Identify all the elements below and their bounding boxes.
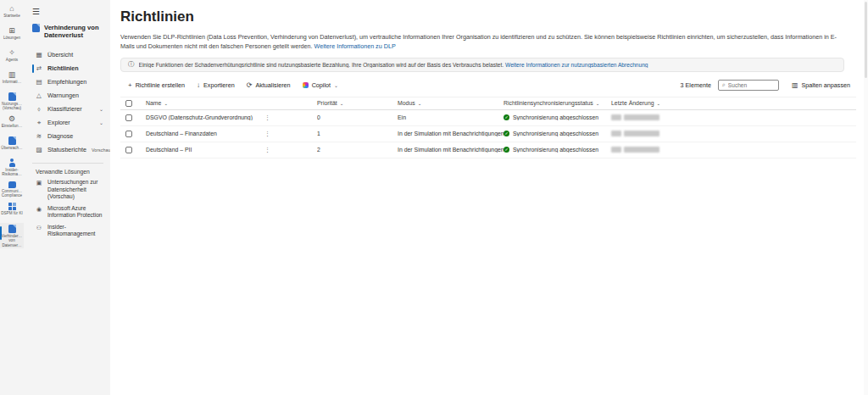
main-content: Richtlinien Verwenden Sie DLP-Richtlinie… <box>110 0 868 395</box>
toolbar: + Richtlinie erstellen ↓ Exportieren ⟳ A… <box>120 78 856 92</box>
rail-item-agents[interactable]: ✧ Agents <box>0 47 24 69</box>
column-header-name[interactable]: Name⌄ <box>146 100 264 106</box>
column-header-letzte-aenderung[interactable]: Letzte Änderung⌄ <box>611 100 856 106</box>
chevron-down-icon: ⌄ <box>164 101 168 106</box>
policy-name[interactable]: Deutschland – Finanzdaten <box>146 131 264 136</box>
last-modified-redacted <box>611 147 856 153</box>
info-banner: ⓘ Einige Funktionen der Schadenverhütung… <box>120 58 844 72</box>
sidebar-item-warnungen[interactable]: △ Warnungen <box>32 89 110 103</box>
app-rail: ⌂ Startseite ⊞ Lösungen ✧ Agents ▥ Infor… <box>0 0 24 395</box>
select-all-checkbox[interactable] <box>125 100 132 107</box>
status-success-icon: ✓ <box>504 147 509 153</box>
table-row[interactable]: Deutschland – PII ⋮ 2 In der Simulation … <box>120 142 856 159</box>
dlp-icon <box>8 225 16 233</box>
policy-sync-status: ✓ Synchronisierung abgeschlossen <box>504 147 611 153</box>
export-button[interactable]: ↓ Exportieren <box>191 78 241 92</box>
sidebar-item-diagnose[interactable]: ≋ Diagnose <box>32 130 110 143</box>
sidebar-item-klassifizierer[interactable]: ⬨ Klassifizierer ⌄ <box>32 103 110 116</box>
preview-badge: Vorschau <box>92 147 110 153</box>
column-header-syncstatus[interactable]: Richtliniensynchronisierungsstatus⌄ <box>504 100 611 106</box>
rail-label: Informati… <box>1 80 24 84</box>
refresh-button[interactable]: ⟳ Aktualisieren <box>241 78 297 92</box>
info-icon: ⓘ <box>128 60 135 69</box>
search-box[interactable]: ⌕ <box>718 80 779 91</box>
hamburger-menu-icon[interactable]: ☰ <box>32 7 110 16</box>
column-header-prioritaet[interactable]: Priorität⌄ <box>317 100 398 106</box>
rail-item-einstellungen[interactable]: ⚙ Einstellun… <box>0 113 24 135</box>
sidebar-item-explorer[interactable]: ⌖ Explorer ⌄ <box>32 116 110 130</box>
billing-info-link[interactable]: Weitere Informationen zur nutzungsbasier… <box>505 62 648 68</box>
rail-label: Nutzungs… (Vorschau) <box>1 102 24 111</box>
rail-label: Communi… Compliance <box>1 189 24 198</box>
description-text: Verwenden Sie DLP-Richtlinien (Data Loss… <box>120 33 837 50</box>
rail-label: Einstellun… <box>1 124 24 128</box>
sidebar-item-richtlinien[interactable]: ⇄ Richtlinien <box>32 62 110 75</box>
policy-priority: 0 <box>317 114 398 120</box>
policy-priority: 2 <box>317 147 398 153</box>
toolbar-right: 3 Elemente ⌕ ▥ Spalten anpassen <box>681 78 856 92</box>
more-actions-icon[interactable]: ⋮ <box>264 147 273 153</box>
usage-icon <box>8 92 16 101</box>
policy-mode: In der Simulation mit Benachrichtigungen <box>398 131 504 136</box>
policy-name[interactable]: DSGVO (Datenschutz-Grundverordnung) <box>146 114 264 120</box>
rail-item-nutzung[interactable]: Nutzungs… (Vorschau) <box>0 91 24 113</box>
rail-item-dlp[interactable]: Verhinder… von Datenver… <box>0 223 24 248</box>
information-protection-icon: ▥ <box>8 70 16 79</box>
page-title: Richtlinien <box>120 8 856 25</box>
row-checkbox[interactable] <box>125 114 132 121</box>
scrollbar-thumb[interactable] <box>865 2 867 78</box>
learn-more-dlp-link[interactable]: Weitere Informationen zu DLP <box>314 42 396 50</box>
banner-text: Einige Funktionen der Schadenverhütungsr… <box>139 62 648 68</box>
more-actions-icon[interactable]: ⋮ <box>264 131 273 137</box>
rail-item-loesungen[interactable]: ⊞ Lösungen <box>0 25 24 47</box>
audit-icon <box>8 136 16 145</box>
sidebar-item-uebersicht[interactable]: ▦ Übersicht <box>32 48 110 62</box>
copilot-button[interactable]: Copilot ⌄ <box>297 78 344 92</box>
rail-label: Startseite <box>1 14 24 18</box>
copilot-icon <box>303 82 309 88</box>
chevron-down-icon: ⌄ <box>418 101 422 106</box>
last-modified-redacted <box>611 131 856 136</box>
dlp-sidebar: ☰ Verhinderung von Datenverlust ▦ Übersi… <box>24 0 110 395</box>
status-success-icon: ✓ <box>504 131 509 136</box>
dspm-icon <box>8 203 16 210</box>
rail-item-communication-compliance[interactable]: Communi… Compliance <box>0 179 24 201</box>
sidebar-item-insider-risikomanagement[interactable]: ⚇ Insider-Risikomanagement <box>32 224 110 238</box>
policy-name[interactable]: Deutschland – PII <box>146 147 264 153</box>
sidebar-item-empfehlungen[interactable]: ▤ Empfehlungen <box>32 75 110 89</box>
search-input[interactable] <box>728 82 775 88</box>
diagnostics-icon: ≋ <box>36 132 42 140</box>
rail-label: DSPM für KI <box>1 211 24 215</box>
column-header-modus[interactable]: Modus⌄ <box>398 100 504 106</box>
explorer-icon: ⌖ <box>36 119 42 127</box>
sidebar-item-aip[interactable]: ◉ Microsoft Azure Information Protection <box>32 205 110 220</box>
sidebar-item-statusberichte[interactable]: ▨ Statusberichte Vorschau <box>32 143 110 157</box>
policy-mode: Ein <box>398 114 504 120</box>
rail-item-startseite[interactable]: ⌂ Startseite <box>0 3 24 25</box>
aip-icon: ◉ <box>36 206 42 213</box>
rail-label: Insider-Risikoma… <box>1 168 24 177</box>
settings-gear-icon: ⚙ <box>8 114 15 123</box>
rail-item-insider-risiko[interactable]: Insider-Risikoma… <box>0 157 24 179</box>
recommendations-icon: ▤ <box>36 78 42 86</box>
row-checkbox[interactable] <box>125 131 132 137</box>
table-header: Name⌄ Priorität⌄ Modus⌄ Richtliniensynch… <box>120 97 856 110</box>
rail-item-informationsschutz[interactable]: ▥ Informati… <box>0 69 24 91</box>
apps-icon: ⊞ <box>8 26 15 35</box>
search-icon: ⌕ <box>722 81 726 88</box>
rail-item-dspm[interactable]: DSPM für KI <box>0 201 24 223</box>
row-checkbox[interactable] <box>125 147 132 153</box>
divider <box>32 163 103 164</box>
sidebar-item-datensicherheit[interactable]: ▣ Untersuchungen zur Datensicherheit (Vo… <box>32 179 110 201</box>
columns-icon: ▥ <box>792 81 798 89</box>
more-actions-icon[interactable]: ⋮ <box>264 114 273 121</box>
table-row[interactable]: Deutschland – Finanzdaten ⋮ 1 In der Sim… <box>120 126 856 142</box>
rail-label: Lösungen <box>1 36 24 40</box>
rail-label: Verhinder… von Datenver… <box>1 234 24 248</box>
chevron-down-icon: ⌄ <box>99 120 103 125</box>
table-row[interactable]: DSGVO (Datenschutz-Grundverordnung) ⋮ 0 … <box>120 110 856 126</box>
scrollbar[interactable] <box>864 0 868 395</box>
create-policy-button[interactable]: + Richtlinie erstellen <box>122 78 191 92</box>
rail-item-ueberwachung[interactable]: Überwach… <box>0 135 24 157</box>
customize-columns-button[interactable]: ▥ Spalten anpassen <box>786 78 856 92</box>
